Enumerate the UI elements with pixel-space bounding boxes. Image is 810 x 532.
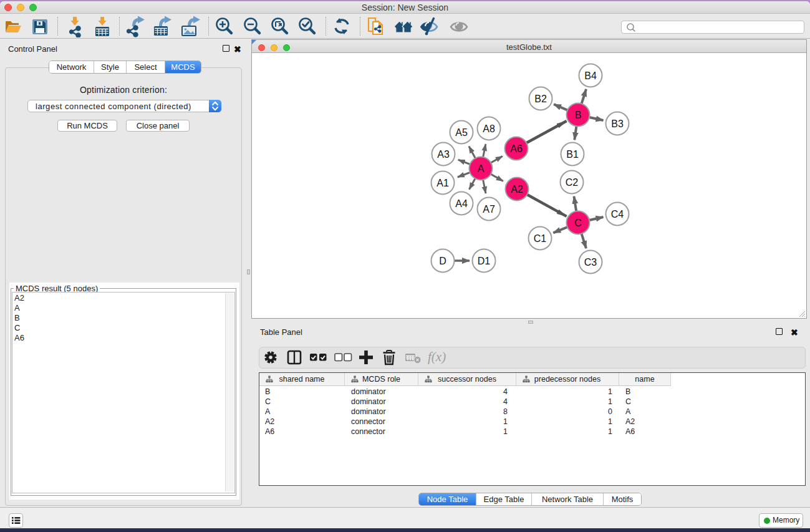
svg-text:C2: C2 bbox=[566, 177, 579, 188]
svg-text:C1: C1 bbox=[534, 233, 547, 244]
svg-text:A1: A1 bbox=[436, 178, 449, 188]
svg-text:D1: D1 bbox=[478, 256, 491, 266]
svg-text:B4: B4 bbox=[584, 70, 597, 81]
svg-text:A: A bbox=[478, 163, 485, 174]
svg-text:A6: A6 bbox=[510, 143, 523, 154]
svg-text:A8: A8 bbox=[483, 123, 495, 134]
svg-text:A3: A3 bbox=[437, 149, 450, 160]
svg-text:B: B bbox=[575, 110, 582, 120]
svg-text:C: C bbox=[574, 218, 582, 228]
svg-text:B2: B2 bbox=[534, 94, 547, 104]
svg-text:B3: B3 bbox=[611, 118, 624, 129]
svg-text:C4: C4 bbox=[611, 209, 624, 220]
svg-text:A2: A2 bbox=[511, 184, 523, 195]
svg-text:B1: B1 bbox=[566, 149, 579, 160]
svg-text:A4: A4 bbox=[455, 198, 468, 209]
svg-text:D: D bbox=[439, 256, 446, 266]
svg-text:A7: A7 bbox=[483, 204, 495, 215]
svg-text:C3: C3 bbox=[584, 257, 597, 268]
svg-text:A5: A5 bbox=[455, 127, 468, 138]
